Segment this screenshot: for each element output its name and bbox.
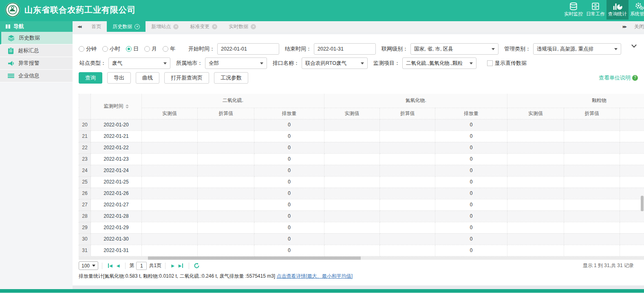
last-page-button[interactable]: ▶ [176,263,185,268]
table-row: 292022-01-2900 [79,222,644,233]
table-row: 242022-01-2400 [79,165,644,176]
date-cell[interactable]: 2022-01-21 [91,130,142,142]
network-level-select[interactable]: 国家, 省, 市, 区县 [410,43,498,55]
date-cell[interactable]: 2022-01-26 [91,188,142,199]
row-number-cell: 27 [79,199,91,210]
sidebar-item-enterprise-info[interactable]: 企业信息 [0,70,73,82]
query-button[interactable]: 查询 [79,72,102,84]
tabs-scroll-right-icon[interactable]: ▶▶ [620,25,626,29]
nav-realtime-monitor[interactable]: 实时监控 [562,0,584,20]
first-page-button[interactable]: ◀ [106,263,115,268]
tab-history-data[interactable]: 历史数据 × [107,21,146,32]
radio-icon [126,46,132,52]
site-type-select[interactable]: 废气 [108,57,170,69]
date-cell[interactable]: 2022-01-22 [91,142,142,153]
unit-description-link[interactable]: 查看单位说明 ? [599,74,638,82]
page-size-select[interactable]: 100 [79,261,98,270]
tab-standard-change[interactable]: 标准变更 × [184,21,223,32]
nav-daily-work[interactable]: 日常工作 [584,0,607,20]
city-select[interactable]: 全部 [205,57,267,69]
close-tab-icon[interactable]: × [135,24,140,29]
date-cell[interactable]: 2022-01-20 [91,119,142,130]
close-tabs-menu[interactable]: 关闭 [632,23,644,30]
nav-query-statistics[interactable]: 查询统计 [607,0,629,20]
prev-page-button[interactable]: ◀ [115,263,122,268]
table-row: 202022-01-2000 [79,119,644,130]
page-number-input[interactable] [136,262,147,270]
value-cell: 0 [435,188,507,199]
value-cell [564,210,620,222]
value-cell [142,142,198,153]
row-number-cell: 31 [79,245,91,256]
curve-button[interactable]: 曲线 [136,72,159,84]
start-time-input[interactable] [217,43,279,55]
export-button[interactable]: 导出 [107,72,131,84]
tab-realtime-data[interactable]: 实时数据 × [223,21,262,32]
sidebar-item-abnormal-alarm[interactable]: 异常报警 [0,57,73,70]
date-cell[interactable]: 2022-01-23 [91,153,142,165]
horizontal-scrollbar[interactable] [79,256,644,260]
operating-params-button[interactable]: 工况参数 [214,72,248,84]
value-cell [380,153,435,165]
vertical-scrollbar-thumb[interactable] [641,196,644,211]
date-cell[interactable]: 2022-01-31 [91,245,142,256]
value-cell [507,165,564,176]
row-number-cell: 25 [79,176,91,188]
next-page-button[interactable]: ▶ [169,263,176,268]
company-logo-icon [5,2,20,18]
tabs-scroll-left-icon[interactable]: ◀◀ [73,25,86,29]
date-cell[interactable]: 2022-01-25 [91,176,142,188]
value-cell [564,188,620,199]
sidebar-item-exceedance-summary[interactable]: 超标汇总 [0,44,73,57]
outlet-name-select[interactable]: 联合农药RTO废气 [302,57,368,69]
filter-row-2: 站点类型： 废气 所属地市： 全部 排口名称： 联合农药RTO废气 监测项目： … [79,57,644,69]
nav-system-management[interactable]: 系统管理 [629,0,644,20]
sidebar-title: 导航 [0,21,73,32]
hscroll-thumb[interactable] [148,256,361,260]
direct-data-checkbox[interactable]: 显示直传数据 [487,60,527,67]
row-number-cell: 22 [79,142,91,153]
end-time-input[interactable] [314,43,376,55]
subheader: 折算值 [198,108,254,119]
view-details-link[interactable]: 点击查看详情[最大、最小和平均值] [277,273,353,279]
sidebar-item-history-data[interactable]: 历史数据 [0,32,73,44]
radio-hour[interactable]: 小时 [102,45,120,53]
close-tab-icon[interactable]: × [173,24,179,29]
table-row: 312022-01-3100 [79,245,644,256]
value-cell [507,199,564,210]
value-cell [507,130,564,142]
close-tab-icon[interactable]: × [212,24,217,29]
management-category-select[interactable]: 违规项目, 高架源, 重点排 [533,43,621,55]
time-column-header[interactable]: 监测时间 [91,94,142,119]
value-cell [324,199,380,210]
open-new-query-button[interactable]: 打开新查询页 [164,72,209,84]
refresh-icon[interactable] [194,263,200,269]
checkbox-icon [487,60,493,66]
value-cell [198,153,254,165]
divider [125,263,126,269]
value-cell: 0 [254,222,324,233]
date-cell[interactable]: 2022-01-30 [91,233,142,245]
date-cell[interactable]: 2022-01-29 [91,222,142,233]
value-cell [198,199,254,210]
radio-minute[interactable]: 分钟 [79,45,97,53]
tab-new-site[interactable]: 新增站点 × [146,21,184,32]
monitor-items-select[interactable]: 二氧化硫.,氮氧化物.,颗粒 [402,57,476,69]
value-cell [564,176,620,188]
value-cell [324,245,380,256]
date-cell[interactable]: 2022-01-27 [91,199,142,210]
close-tab-icon[interactable]: × [251,24,256,29]
caret-down-icon [492,48,495,50]
value-cell [142,210,198,222]
value-cell: 0 [435,199,507,210]
value-cell [324,165,380,176]
date-cell[interactable]: 2022-01-28 [91,210,142,222]
date-cell[interactable]: 2022-01-24 [91,165,142,176]
radio-day[interactable]: 日 [126,45,139,53]
radio-month[interactable]: 月 [144,45,157,53]
tab-home[interactable]: 首页 [86,21,107,32]
group-header-nox: 氮氧化物. [324,94,507,108]
value-cell: 0 [254,176,324,188]
radio-year[interactable]: 年 [163,45,175,53]
row-number-cell: 29 [79,222,91,233]
